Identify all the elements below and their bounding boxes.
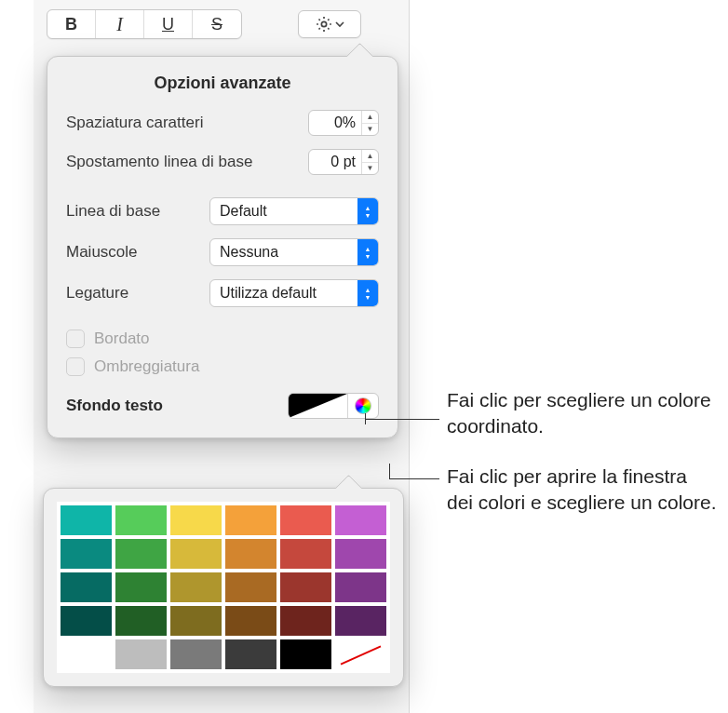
color-swatch[interactable]	[223, 604, 278, 638]
stepper-up-icon[interactable]: ▲	[362, 150, 378, 163]
popover-title: Opzioni avanzate	[66, 74, 379, 93]
color-swatch[interactable]	[333, 638, 388, 671]
color-swatch[interactable]	[278, 571, 333, 604]
gear-icon	[315, 15, 333, 34]
callout-swatch: Fai clic per scegliere un colore coordin…	[447, 387, 717, 440]
baseline-select-value: Default	[220, 203, 267, 220]
color-swatch[interactable]	[333, 504, 388, 537]
callout-leader	[389, 464, 390, 478]
color-swatch[interactable]	[223, 504, 278, 537]
color-swatch[interactable]	[169, 504, 223, 537]
color-swatch[interactable]	[169, 638, 223, 671]
chevron-down-icon	[335, 20, 344, 29]
color-swatch[interactable]	[114, 638, 169, 671]
color-swatch[interactable]	[59, 537, 114, 571]
advanced-options-popover: Opzioni avanzate Spaziatura caratteri 0%…	[47, 56, 398, 438]
baseline-shift-value: 0 pt	[309, 154, 361, 170]
callout-leader	[365, 413, 366, 424]
baseline-select[interactable]: Default ▲▼	[209, 197, 379, 225]
char-spacing-label: Spaziatura caratteri	[66, 114, 203, 132]
color-swatch[interactable]	[278, 504, 333, 537]
color-swatch[interactable]	[333, 537, 388, 571]
ligatures-label: Legature	[66, 284, 128, 303]
underline-button[interactable]: U	[144, 10, 193, 38]
color-swatch[interactable]	[169, 537, 223, 571]
baseline-shift-field[interactable]: 0 pt ▲ ▼	[308, 149, 379, 175]
color-swatch[interactable]	[169, 571, 223, 604]
shadow-checkbox[interactable]	[66, 357, 85, 376]
caps-label: Maiuscole	[66, 243, 138, 262]
color-swatch[interactable]	[169, 604, 223, 638]
color-swatch[interactable]	[59, 604, 114, 638]
char-spacing-stepper[interactable]: ▲ ▼	[361, 111, 378, 135]
color-swatch[interactable]	[59, 638, 114, 671]
select-arrows-icon: ▲▼	[357, 198, 378, 224]
color-swatch[interactable]	[278, 604, 333, 638]
ligatures-select-value: Utilizza default	[220, 285, 317, 302]
color-swatch[interactable]	[114, 537, 169, 571]
bold-button[interactable]: B	[47, 10, 96, 38]
color-swatch[interactable]	[59, 571, 114, 604]
char-spacing-value: 0%	[309, 114, 361, 131]
stepper-down-icon[interactable]: ▼	[362, 163, 378, 175]
advanced-options-button[interactable]	[298, 10, 361, 38]
caps-select-value: Nessuna	[220, 244, 278, 261]
char-spacing-field[interactable]: 0% ▲ ▼	[308, 110, 379, 136]
italic-button[interactable]: I	[96, 10, 144, 38]
callout-wheel: Fai clic per aprire la finestra dei colo…	[447, 464, 717, 517]
callout-leader	[365, 419, 439, 420]
color-swatch[interactable]	[223, 537, 278, 571]
color-swatch[interactable]	[114, 571, 169, 604]
strikethrough-button[interactable]: S	[193, 10, 241, 38]
color-swatch[interactable]	[333, 571, 388, 604]
caps-select[interactable]: Nessuna ▲▼	[209, 238, 379, 266]
color-swatch-grid	[57, 502, 390, 673]
color-swatch[interactable]	[278, 638, 333, 671]
color-wheel-button[interactable]	[348, 394, 378, 418]
color-swatch-button[interactable]	[289, 394, 348, 418]
color-swatch[interactable]	[59, 504, 114, 537]
text-background-label: Sfondo testo	[66, 397, 163, 415]
svg-point-0	[321, 21, 326, 26]
baseline-shift-stepper[interactable]: ▲ ▼	[361, 150, 378, 174]
baseline-label: Linea di base	[66, 202, 160, 221]
outline-label: Bordato	[94, 330, 150, 348]
color-swatch-popover	[43, 488, 404, 687]
color-swatch[interactable]	[223, 638, 278, 671]
select-arrows-icon: ▲▼	[357, 280, 378, 306]
color-swatch[interactable]	[278, 537, 333, 571]
callout-leader	[389, 478, 439, 479]
color-wheel-icon	[355, 397, 371, 414]
color-swatch[interactable]	[333, 604, 388, 638]
outline-checkbox[interactable]	[66, 330, 85, 348]
color-swatch[interactable]	[223, 571, 278, 604]
color-swatch[interactable]	[114, 504, 169, 537]
baseline-shift-label: Spostamento linea di base	[66, 153, 252, 171]
stepper-up-icon[interactable]: ▲	[362, 111, 378, 124]
shadow-label: Ombreggiatura	[94, 357, 199, 376]
text-style-segment: B I U S	[47, 9, 242, 39]
select-arrows-icon: ▲▼	[357, 239, 378, 265]
color-swatch[interactable]	[114, 604, 169, 638]
format-toolbar: B I U S	[34, 9, 409, 39]
ligatures-select[interactable]: Utilizza default ▲▼	[209, 279, 379, 307]
stepper-down-icon[interactable]: ▼	[362, 124, 378, 136]
